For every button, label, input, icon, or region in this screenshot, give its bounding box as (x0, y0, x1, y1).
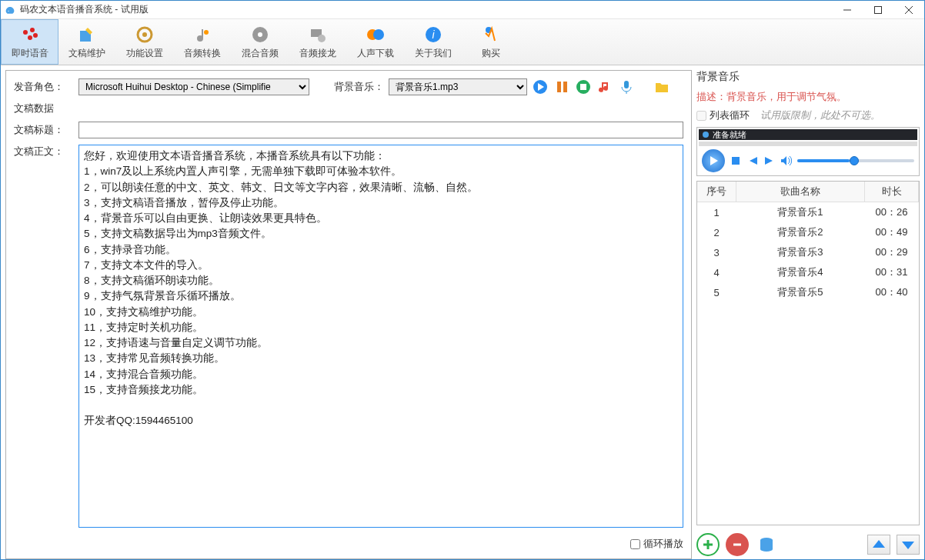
svg-point-6 (30, 28, 35, 32)
toolbar-audio-convert[interactable]: 音频转换 (174, 19, 232, 65)
bgm-select[interactable]: 背景音乐1.mp3 (389, 78, 527, 95)
svg-point-0 (8, 10, 8, 11)
svg-rect-28 (580, 84, 586, 90)
playlist-row[interactable]: 3背景音乐300：29 (697, 242, 919, 262)
doc-title-input[interactable] (78, 122, 683, 138)
playlist-row[interactable]: 2背景音乐200：49 (697, 222, 919, 242)
player-volume-icon[interactable] (780, 155, 793, 167)
loop-checkbox[interactable] (630, 539, 640, 549)
svg-point-11 (142, 32, 147, 37)
col-no: 序号 (697, 182, 736, 202)
minimize-button[interactable] (832, 1, 863, 19)
window-title: 码农文本语音播音系统 - 试用版 (20, 3, 832, 16)
list-loop-label: 列表循环 (710, 108, 750, 122)
svg-point-7 (28, 35, 32, 40)
toolbar-settings[interactable]: 功能设置 (116, 19, 174, 65)
playlist-row[interactable]: 4背景音乐400：31 (697, 262, 919, 282)
audio-player: 准备就绪 (696, 127, 920, 176)
toolbar-doc-maintain[interactable]: 文稿维护 (58, 19, 116, 65)
music-button[interactable] (596, 78, 613, 95)
doc-body-textarea[interactable] (78, 145, 683, 528)
svg-rect-25 (557, 82, 561, 92)
svg-point-18 (318, 35, 326, 42)
svg-rect-31 (732, 157, 740, 165)
settings-icon (134, 24, 155, 45)
audio-convert-icon (192, 24, 213, 45)
player-prev-button[interactable] (746, 155, 759, 167)
audio-chain-icon (307, 24, 329, 45)
mix-audio-icon (249, 24, 271, 45)
remove-button[interactable] (726, 533, 749, 556)
app-icon (4, 4, 16, 16)
bgm-desc: 描述：背景音乐，用于调节气氛。 (696, 90, 920, 104)
bgm-panel-title: 背景音乐 (696, 70, 920, 84)
titlebar: 码农文本语音播音系统 - 试用版 (1, 1, 924, 19)
svg-point-5 (23, 30, 28, 35)
toolbar-mix-audio[interactable]: 混合音频 (232, 19, 289, 65)
doc-title-label: 文稿标题： (14, 123, 74, 137)
move-down-button[interactable] (897, 535, 920, 555)
svg-rect-26 (563, 82, 567, 92)
toolbar-instant-voice[interactable]: 即时语音 (1, 19, 58, 65)
voice-select[interactable]: Microsoft Huihui Desktop - Chinese (Simp… (78, 78, 309, 95)
loop-label[interactable]: 循环播放 (643, 537, 683, 551)
list-loop-checkbox (696, 111, 706, 121)
pause-button[interactable] (553, 78, 570, 95)
bgm-label: 背景音乐： (334, 80, 384, 94)
toolbar-about[interactable]: i 关于我们 (405, 19, 462, 65)
voice-download-icon (365, 24, 386, 45)
close-button[interactable] (893, 1, 924, 19)
left-panel: 发音角色： Microsoft Huihui Desktop - Chinese… (5, 70, 692, 559)
play-button[interactable] (532, 78, 549, 95)
svg-point-30 (703, 132, 709, 138)
toolbar-audio-chain[interactable]: 音频接龙 (289, 19, 347, 65)
voice-label: 发音角色： (14, 80, 74, 94)
svg-rect-29 (624, 81, 629, 88)
player-stop-button[interactable] (730, 155, 742, 167)
svg-rect-2 (875, 6, 882, 13)
doc-body-label: 文稿正文： (14, 145, 74, 528)
stop-button[interactable] (575, 78, 592, 95)
svg-point-8 (33, 33, 38, 38)
doc-data-label: 文稿数据 (14, 102, 683, 115)
svg-point-20 (373, 29, 384, 40)
svg-rect-13 (202, 29, 203, 38)
storage-button[interactable] (755, 533, 778, 556)
toolbar: 即时语音 文稿维护 功能设置 音频转换 混合音频 音频接龙 人声下载 i 关于我 (1, 19, 924, 65)
move-up-button[interactable] (867, 535, 890, 555)
mic-button[interactable] (618, 78, 635, 95)
playlist: 序号 歌曲名称 时长 1背景音乐100：262背景音乐200：493背景音乐30… (696, 181, 920, 525)
player-progress[interactable] (699, 142, 917, 146)
player-next-button[interactable] (763, 155, 776, 167)
instant-voice-icon (19, 24, 41, 45)
playlist-row[interactable]: 5背景音乐500：40 (697, 282, 919, 302)
about-icon: i (422, 24, 444, 45)
player-status-icon (702, 131, 710, 138)
col-name: 歌曲名称 (736, 182, 865, 202)
col-dur: 时长 (865, 182, 919, 202)
player-status: 准备就绪 (713, 129, 746, 141)
player-play-button[interactable] (702, 149, 725, 172)
svg-point-16 (258, 32, 262, 37)
playlist-row[interactable]: 1背景音乐100：26 (697, 202, 919, 223)
right-panel: 背景音乐 描述：背景音乐，用于调节气氛。 列表循环 试用版限制，此处不可选。 准… (696, 70, 920, 559)
add-button[interactable] (696, 533, 720, 556)
buy-icon (480, 24, 502, 45)
doc-maintain-icon (76, 24, 98, 45)
open-file-button[interactable] (653, 78, 670, 95)
svg-point-14 (204, 30, 209, 35)
volume-slider[interactable] (797, 159, 914, 162)
maximize-button[interactable] (863, 1, 893, 19)
toolbar-voice-download[interactable]: 人声下载 (347, 19, 405, 65)
trial-hint: 试用版限制，此处不可选。 (760, 108, 880, 122)
toolbar-buy[interactable]: 购买 (462, 19, 520, 65)
